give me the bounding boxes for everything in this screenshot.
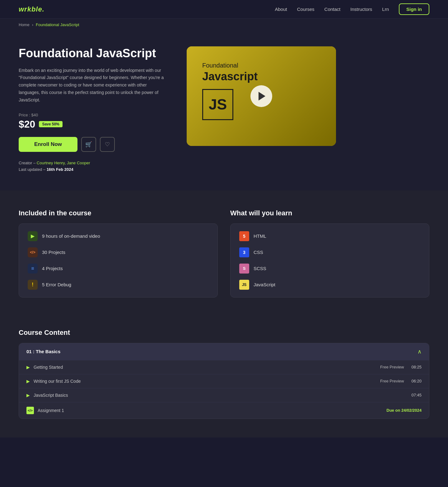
learn-html: 5 HTML xyxy=(239,231,420,241)
feature-projects2: ≡ 4 Projects xyxy=(28,264,209,274)
assignment-icon: </> xyxy=(26,407,34,414)
lesson-time: 08:25 xyxy=(411,365,422,369)
breadcrumb-current: Foundational JavaScript xyxy=(36,22,79,27)
play-icon: ▶ xyxy=(26,365,30,370)
js-icon: JS xyxy=(239,280,249,290)
play-button[interactable] xyxy=(250,85,272,107)
logo[interactable]: wrkble. xyxy=(19,5,44,13)
lesson-time: 06:20 xyxy=(411,379,422,383)
sign-in-button[interactable]: Sign in xyxy=(399,3,429,15)
learn-card: 5 HTML 3 CSS S SCSS JS JavaScript xyxy=(230,223,429,297)
lesson-title: Getting Started xyxy=(34,365,63,370)
creator-prefix: Creator – xyxy=(19,161,37,165)
lesson-right: Due on 24/02/2024 xyxy=(386,408,422,413)
course-description: Embark on an exciting journey into the w… xyxy=(19,67,168,104)
breadcrumb-chevron-icon: › xyxy=(32,22,33,27)
feature-projects1-label: 30 Projects xyxy=(42,250,65,255)
cart-icon: 🛒 xyxy=(85,141,92,148)
feature-video-label: 9 hours of on-demand video xyxy=(42,233,100,239)
cta-row: Enroll Now 🛒 ♡ xyxy=(19,137,168,152)
lesson-title: JavaScript Basics xyxy=(34,393,68,398)
price-row: $20 Save 50% xyxy=(19,119,168,130)
lesson-assignment1[interactable]: </> Assignment 1 Due on 24/02/2024 xyxy=(19,402,429,419)
nav-instructors[interactable]: Instructors xyxy=(350,7,372,12)
course-content-title: Course Content xyxy=(19,329,429,337)
video-feature-icon: ▶ xyxy=(28,231,38,241)
learn-scss: S SCSS xyxy=(239,264,420,274)
hero-left: Foundational JavaScript Embark on an exc… xyxy=(19,46,168,172)
updated-date: 16th Feb 2024 xyxy=(47,167,73,172)
heart-icon: ♡ xyxy=(105,141,110,148)
learn-css-label: CSS xyxy=(254,250,263,255)
breadcrumb-home[interactable]: Home xyxy=(19,22,30,27)
included-card: ▶ 9 hours of on-demand video </> 30 Proj… xyxy=(19,223,218,297)
lesson-right: Free Preview 08:25 xyxy=(380,365,422,369)
lesson-getting-started[interactable]: ▶ Getting Started Free Preview 08:25 xyxy=(19,360,429,374)
updated-row: Last updated – 16th Feb 2024 xyxy=(19,167,168,172)
course-video-card[interactable]: Foundational Javascript JS xyxy=(187,46,336,146)
lesson-js-basics[interactable]: ▶ JavaScript Basics 07:45 xyxy=(19,388,429,402)
scss-icon: S xyxy=(239,264,249,274)
learn-html-label: HTML xyxy=(254,233,266,239)
feature-debug: ! 5 Error Debug xyxy=(28,280,209,290)
navbar: wrkble. About Courses Contact Instructor… xyxy=(0,0,448,19)
learn-js: JS JavaScript xyxy=(239,280,420,290)
lesson-left: ▶ Writing our first JS Code xyxy=(26,379,81,384)
video-title-sm: Foundational xyxy=(202,62,320,69)
save-badge: Save 50% xyxy=(39,121,62,127)
lesson-right: 07:45 xyxy=(404,393,422,397)
due-date: Due on 24/02/2024 xyxy=(386,408,422,413)
learn-section: What will you learn 5 HTML 3 CSS S SCSS … xyxy=(230,209,429,297)
learn-js-label: JavaScript xyxy=(254,282,275,287)
nav-contact[interactable]: Contact xyxy=(324,7,341,12)
lesson-title: Assignment 1 xyxy=(38,408,64,413)
lesson-left: ▶ Getting Started xyxy=(26,365,63,370)
video-title-lg: Javascript xyxy=(202,70,320,83)
course-content-section: Course Content 01 : The Basics ∧ ▶ Getti… xyxy=(0,316,448,438)
learn-css: 3 CSS xyxy=(239,247,420,257)
js-text: JS xyxy=(209,96,227,113)
features-row: Included in the course ▶ 9 hours of on-d… xyxy=(0,190,448,316)
nav-about[interactable]: About xyxy=(275,7,287,12)
lesson-title: Writing our first JS Code xyxy=(34,379,81,384)
lesson-first-js[interactable]: ▶ Writing our first JS Code Free Preview… xyxy=(19,374,429,388)
module-label: 01 : The Basics xyxy=(26,349,60,354)
learn-scss-label: SCSS xyxy=(254,266,266,271)
cart-button[interactable]: 🛒 xyxy=(81,137,96,152)
feature-debug-label: 5 Error Debug xyxy=(42,282,71,287)
feature-projects1: </> 30 Projects xyxy=(28,247,209,257)
course-content-card: 01 : The Basics ∧ ▶ Getting Started Free… xyxy=(19,343,429,419)
list-feature-icon: ≡ xyxy=(28,264,38,274)
warning-feature-icon: ! xyxy=(28,280,38,290)
nav-courses[interactable]: Courses xyxy=(297,7,315,12)
css-icon: 3 xyxy=(239,247,249,257)
js-box: JS xyxy=(202,89,233,120)
included-title: Included in the course xyxy=(19,209,218,217)
play-icon: ▶ xyxy=(26,379,30,384)
lesson-left: ▶ JavaScript Basics xyxy=(26,393,68,398)
nav-lrn[interactable]: Lrn xyxy=(382,7,389,12)
creator-link[interactable]: Courtney Henry, Jane Cooper xyxy=(37,161,90,165)
free-preview-badge: Free Preview xyxy=(380,365,404,369)
included-section: Included in the course ▶ 9 hours of on-d… xyxy=(19,209,218,297)
play-triangle-icon xyxy=(259,92,265,101)
code-feature-icon: </> xyxy=(28,247,38,257)
updated-prefix: Last updated – xyxy=(19,167,47,172)
free-preview-badge: Free Preview xyxy=(380,379,404,383)
wishlist-button[interactable]: ♡ xyxy=(100,137,115,152)
feature-projects2-label: 4 Projects xyxy=(42,266,63,271)
logo-text: wrkble. xyxy=(19,5,44,13)
feature-video: ▶ 9 hours of on-demand video xyxy=(28,231,209,241)
hero-section: Foundational JavaScript Embark on an exc… xyxy=(0,31,448,190)
lesson-time: 07:45 xyxy=(411,393,422,397)
course-title: Foundational JavaScript xyxy=(19,46,168,61)
lesson-left: </> Assignment 1 xyxy=(26,407,64,414)
lesson-right: Free Preview 06:20 xyxy=(380,379,422,383)
enroll-button[interactable]: Enroll Now xyxy=(19,137,77,152)
price-current: $20 xyxy=(19,119,35,130)
module-header[interactable]: 01 : The Basics ∧ xyxy=(19,343,429,360)
creator-row: Creator – Courtney Henry, Jane Cooper xyxy=(19,161,168,165)
play-icon: ▶ xyxy=(26,393,30,398)
price-original: Price : $40 xyxy=(19,113,168,117)
chevron-up-icon: ∧ xyxy=(418,348,422,355)
